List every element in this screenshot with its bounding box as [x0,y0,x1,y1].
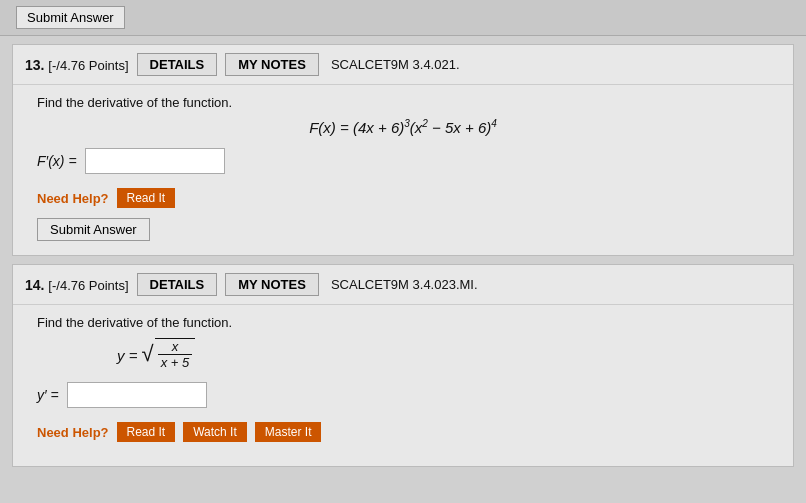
question-13-body: Find the derivative of the function. F(x… [13,85,793,255]
question-13-math: F(x) = (4x + 6)3(x2 − 5x + 6)4 [37,118,769,136]
question-14-help-row: Need Help? Read It Watch It Master It [37,422,769,442]
question-14-header: 14. [-/4.76 Points] DETAILS MY NOTES SCA… [13,265,793,305]
question-13-answer-input[interactable] [85,148,225,174]
question-14-watch-button[interactable]: Watch It [183,422,247,442]
question-13-block: 13. [-/4.76 Points] DETAILS MY NOTES SCA… [12,44,794,256]
question-14-details-button[interactable]: DETAILS [137,273,218,296]
question-13-number: 13. [-/4.76 Points] [25,57,129,73]
question-13-answer-label: F′(x) = [37,153,77,169]
sqrt-wrapper: √ x x + 5 [142,338,196,370]
sqrt-symbol: √ [142,343,154,365]
question-14-mynotes-button[interactable]: MY NOTES [225,273,319,296]
question-13-details-button[interactable]: DETAILS [137,53,218,76]
sqrt-content: x x + 5 [155,338,196,370]
question-13-need-help-label: Need Help? [37,191,109,206]
question-14-body: Find the derivative of the function. y =… [13,305,793,466]
question-13-instruction: Find the derivative of the function. [37,95,769,110]
question-13-answer-row: F′(x) = [37,148,769,174]
question-14-number: 14. [-/4.76 Points] [25,277,129,293]
question-13-refcode: SCALCET9M 3.4.021. [331,57,460,72]
question-13-read-button[interactable]: Read It [117,188,176,208]
question-14-block: 14. [-/4.76 Points] DETAILS MY NOTES SCA… [12,264,794,467]
top-bar: Submit Answer [0,0,806,36]
question-14-read-button[interactable]: Read It [117,422,176,442]
top-submit-button[interactable]: Submit Answer [16,6,125,29]
question-14-refcode: SCALCET9M 3.4.023.MI. [331,277,478,292]
question-14-master-button[interactable]: Master It [255,422,322,442]
question-14-math: y = √ x x + 5 [37,338,769,370]
question-14-answer-row: y′ = [37,382,769,408]
question-13-help-row: Need Help? Read It [37,188,769,208]
question-14-need-help-label: Need Help? [37,425,109,440]
question-13-submit-row: Submit Answer [37,218,769,241]
question-13-header: 13. [-/4.76 Points] DETAILS MY NOTES SCA… [13,45,793,85]
question-14-answer-input[interactable] [67,382,207,408]
question-14-instruction: Find the derivative of the function. [37,315,769,330]
question-14-answer-label: y′ = [37,387,59,403]
fraction: x x + 5 [158,339,193,370]
question-13-mynotes-button[interactable]: MY NOTES [225,53,319,76]
question-13-submit-button[interactable]: Submit Answer [37,218,150,241]
